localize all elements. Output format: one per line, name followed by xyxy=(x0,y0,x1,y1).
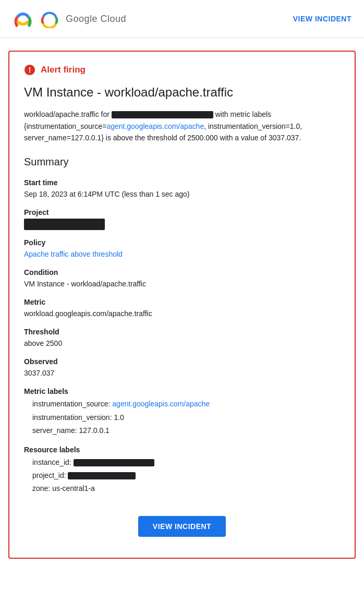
alert-description: workload/apache.traffic for with metric … xyxy=(24,109,340,143)
header-divider xyxy=(0,38,364,38)
condition-value: VM Instance - workload/apache.traffic xyxy=(24,279,340,290)
metric-value: workload.googleapis.com/apache.traffic xyxy=(24,308,340,319)
instance-id-value-redacted xyxy=(74,459,154,466)
policy-label: Policy xyxy=(24,238,340,247)
instrumentation-version-row: instrumentation_version: 1.0 xyxy=(24,411,340,424)
start-time-label: Start time xyxy=(24,178,340,187)
svg-text:!: ! xyxy=(29,66,31,74)
project-label: Project xyxy=(24,208,340,217)
start-time-value: Sep 18, 2023 at 6:14PM UTC (less than 1 … xyxy=(24,189,340,200)
threshold-value: above 2500 xyxy=(24,338,340,349)
view-incident-button-container: VIEW INCIDENT xyxy=(24,516,340,537)
zone-row: zone: us-central1-a xyxy=(24,482,340,495)
instance-id-row: instance_id: xyxy=(24,456,340,469)
server-name-row: server_name: 127.0.0.1 xyxy=(24,424,340,437)
project-id-value-redacted xyxy=(68,472,136,479)
page-header: Google Cloud VIEW INCIDENT xyxy=(0,0,364,38)
redacted-instance xyxy=(112,111,213,118)
metric-labels-label: Metric labels xyxy=(24,387,340,395)
policy-link[interactable]: Apache traffic above threshold xyxy=(24,250,123,258)
resource-labels-label: Resource labels xyxy=(24,446,340,454)
instrumentation-source-label: instrumentation_source: xyxy=(32,400,110,408)
google-cloud-logo-icon xyxy=(13,8,33,29)
page-title: VM Instance - workload/apache.traffic xyxy=(24,84,340,100)
google-cloud-logo-icon xyxy=(39,10,60,28)
logo-area: Google Cloud xyxy=(13,8,126,29)
condition-label: Condition xyxy=(24,268,340,277)
description-apache-link[interactable]: agent.googleapis.com/apache xyxy=(106,122,204,130)
project-id-row: project_id: xyxy=(24,469,340,482)
view-incident-button[interactable]: VIEW INCIDENT xyxy=(138,516,226,537)
project-id-label: project_id: xyxy=(32,471,66,479)
observed-label: Observed xyxy=(24,357,340,366)
instrumentation-source-link[interactable]: agent.googleapis.com/apache xyxy=(112,400,210,408)
alert-card: ! Alert firing VM Instance - workload/ap… xyxy=(8,51,356,559)
instrumentation-source-row: instrumentation_source: agent.googleapis… xyxy=(24,398,340,411)
description-prefix: workload/apache.traffic for xyxy=(24,110,110,118)
instance-id-label: instance_id: xyxy=(32,458,71,466)
view-incident-top-link[interactable]: VIEW INCIDENT xyxy=(293,15,351,23)
threshold-label: Threshold xyxy=(24,328,340,336)
alert-firing-row: ! Alert firing xyxy=(24,64,340,76)
alert-error-icon: ! xyxy=(24,64,35,76)
alert-firing-label: Alert firing xyxy=(41,65,86,75)
summary-heading: Summary xyxy=(24,156,340,168)
observed-value: 3037.037 xyxy=(24,368,340,379)
google-cloud-logo-text: Google Cloud xyxy=(66,14,126,25)
metric-label: Metric xyxy=(24,298,340,306)
project-value-redacted xyxy=(24,219,105,230)
